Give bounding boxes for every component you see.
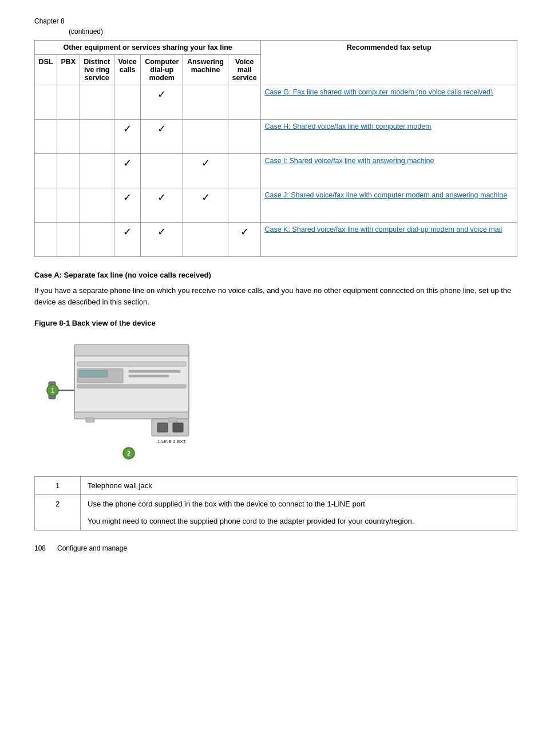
check-cell	[80, 120, 114, 154]
check-cell	[80, 188, 114, 223]
main-table: Other equipment or services sharing your…	[34, 40, 517, 257]
svg-rect-19	[86, 418, 94, 422]
ref-num-1: 1	[35, 477, 81, 495]
case-link-cell[interactable]: Case K: Shared voice/fax line with compu…	[261, 223, 517, 257]
check-cell: ✓	[114, 154, 141, 188]
table-row: 1 Telephone wall jack	[35, 477, 517, 495]
check-cell	[35, 120, 57, 154]
check-cell: ✓	[114, 188, 141, 223]
svg-rect-4	[79, 370, 108, 377]
check-cell	[80, 154, 114, 188]
check-cell	[228, 85, 260, 120]
footer: 108 Configure and manage	[34, 544, 517, 552]
table-row: ✓✓✓Case J: Shared voice/fax line with co…	[35, 188, 517, 223]
case-link[interactable]: Case K: Shared voice/fax line with compu…	[264, 225, 502, 233]
check-cell	[35, 154, 57, 188]
check-cell	[183, 120, 228, 154]
case-link-cell[interactable]: Case G: Fax line shared with computer mo…	[261, 85, 517, 120]
figure-title: Figure 8-1 Back view of the device	[34, 319, 517, 327]
case-link-cell[interactable]: Case I: Shared voice/fax line with answe…	[261, 154, 517, 188]
svg-rect-1	[74, 345, 189, 356]
check-cell	[57, 120, 80, 154]
svg-text:2: 2	[127, 450, 130, 457]
table-group-header: Other equipment or services sharing your…	[35, 41, 261, 55]
check-cell	[57, 223, 80, 257]
check-cell	[183, 223, 228, 257]
svg-rect-2	[77, 362, 186, 366]
check-cell	[228, 120, 260, 154]
table-row: ✓✓Case H: Shared voice/fax line with com…	[35, 120, 517, 154]
footer-text: Configure and manage	[57, 544, 127, 552]
case-link-cell[interactable]: Case J: Shared voice/fax line with compu…	[261, 188, 517, 223]
device-figure: 1-LINE 2-EXT 1 2	[40, 333, 212, 465]
ref-desc-2-line2: You might need to connect the supplied p…	[88, 517, 510, 525]
svg-rect-9	[173, 423, 183, 432]
svg-rect-8	[157, 423, 168, 432]
col-computer: Computerdial-upmodem	[141, 55, 183, 85]
check-cell	[228, 154, 260, 188]
check-cell: ✓	[141, 223, 183, 257]
table-row: 2 Use the phone cord supplied in the box…	[35, 495, 517, 531]
check-cell: ✓	[141, 120, 183, 154]
check-cell	[35, 85, 57, 120]
check-cell	[80, 85, 114, 120]
reference-table: 1 Telephone wall jack 2 Use the phone co…	[34, 476, 517, 531]
check-cell	[80, 223, 114, 257]
col-distinct: Distinctive ringservice	[80, 55, 114, 85]
svg-rect-18	[129, 375, 169, 377]
rec-fax-setup-header: Recommended fax setup	[261, 41, 517, 85]
check-cell	[141, 154, 183, 188]
case-link-cell[interactable]: Case H: Shared voice/fax line with compu…	[261, 120, 517, 154]
svg-rect-17	[129, 370, 180, 373]
check-cell: ✓	[141, 188, 183, 223]
check-cell	[35, 223, 57, 257]
table-row: ✓✓Case I: Shared voice/fax line with ans…	[35, 154, 517, 188]
svg-text:1-LINE  2-EXT: 1-LINE 2-EXT	[157, 439, 186, 444]
check-cell	[35, 188, 57, 223]
ref-desc-1: Telephone wall jack	[81, 477, 517, 495]
svg-rect-20	[169, 418, 177, 422]
ref-num-2: 2	[35, 495, 81, 531]
check-cell	[183, 85, 228, 120]
check-cell	[57, 85, 80, 120]
case-a-body: If you have a separate phone line on whi…	[34, 285, 517, 307]
table-row: ✓✓✓Case K: Shared voice/fax line with co…	[35, 223, 517, 257]
case-link[interactable]: Case G: Fax line shared with computer mo…	[264, 88, 493, 96]
check-cell	[228, 188, 260, 223]
ref-desc-2: Use the phone cord supplied in the box w…	[81, 495, 517, 531]
col-answering: Answeringmachine	[183, 55, 228, 85]
svg-rect-5	[77, 385, 186, 388]
case-link[interactable]: Case H: Shared voice/fax line with compu…	[264, 122, 431, 130]
check-cell: ✓	[114, 120, 141, 154]
case-link[interactable]: Case J: Shared voice/fax line with compu…	[264, 191, 507, 199]
check-cell: ✓	[141, 85, 183, 120]
check-cell	[57, 188, 80, 223]
page-number: 108	[34, 544, 46, 552]
continued-label: (continued)	[69, 27, 517, 35]
ref-desc-2-line1: Use the phone cord supplied in the box w…	[88, 500, 510, 508]
check-cell: ✓	[183, 154, 228, 188]
check-cell	[114, 85, 141, 120]
col-dsl: DSL	[35, 55, 57, 85]
col-voice-mail: Voicemailservice	[228, 55, 260, 85]
check-cell	[57, 154, 80, 188]
check-cell: ✓	[114, 223, 141, 257]
table-row: ✓Case G: Fax line shared with computer m…	[35, 85, 517, 120]
svg-text:1: 1	[51, 387, 54, 394]
chapter-label: Chapter 8	[34, 17, 517, 25]
check-cell: ✓	[228, 223, 260, 257]
col-pbx: PBX	[57, 55, 80, 85]
case-link[interactable]: Case I: Shared voice/fax line with answe…	[264, 157, 434, 165]
col-voice-calls: Voicecalls	[114, 55, 141, 85]
check-cell: ✓	[183, 188, 228, 223]
case-a-title: Case A: Separate fax line (no voice call…	[34, 271, 517, 279]
